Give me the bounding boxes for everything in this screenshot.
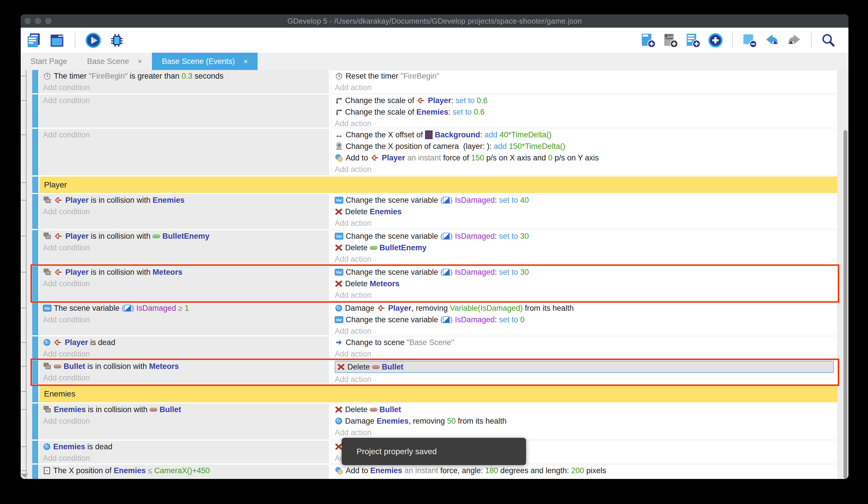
condition-line[interactable]: Bullet is in collision with Meteors xyxy=(43,361,326,372)
action-line[interactable]: Delete Meteors xyxy=(335,278,834,290)
group-header[interactable]: Player xyxy=(39,177,837,193)
add-condition-button[interactable]: Add condition xyxy=(43,206,326,218)
action-line[interactable]: VarChange the scene variable {}IsDamaged… xyxy=(335,266,834,278)
add-action-button[interactable]: Add action xyxy=(335,374,834,384)
scene-editor-icon[interactable] xyxy=(49,32,65,48)
event-drag-handle[interactable] xyxy=(32,385,38,402)
add-condition-button[interactable]: Add condition xyxy=(43,476,326,479)
add-action-button[interactable]: Add action xyxy=(335,290,834,301)
add-action-button[interactable]: Add action xyxy=(335,476,834,479)
window-zoom-button[interactable] xyxy=(45,18,52,24)
conditions-cell: Add condition xyxy=(39,94,329,128)
window-title: GDevelop 5 - /Users/dkarakay/Documents/G… xyxy=(21,17,848,26)
add-action-button[interactable]: Add action xyxy=(335,427,834,439)
add-comment-icon[interactable] xyxy=(662,32,679,48)
add-action-button[interactable]: Add action xyxy=(335,164,834,175)
condition-line[interactable]: The timer "FireBegin" is greater than 0.… xyxy=(43,70,326,82)
close-icon[interactable]: × xyxy=(137,57,142,66)
condition-line[interactable]: Player is in collision with Meteors xyxy=(43,266,326,278)
add-condition-button[interactable]: Add condition xyxy=(43,242,326,253)
window-minimize-button[interactable] xyxy=(35,18,41,24)
condition-line[interactable]: Player is dead xyxy=(43,337,326,348)
play-icon[interactable] xyxy=(85,32,101,48)
action-line[interactable]: Delete Bullet xyxy=(335,404,834,415)
action-line[interactable]: Change to scene "Base Scene" xyxy=(335,337,834,348)
tab-base-scene[interactable]: Base Scene × xyxy=(78,53,152,70)
project-manager-icon[interactable] xyxy=(25,32,41,48)
action-line[interactable]: VarChange the scene variable {}IsDamaged… xyxy=(335,230,834,242)
condition-line[interactable]: The X position of Enemies ≤ CameraX()+45… xyxy=(43,465,326,476)
add-action-button[interactable]: Add action xyxy=(335,325,834,335)
add-condition-button[interactable]: Add condition xyxy=(43,452,326,463)
condition-line[interactable]: VarThe scene variable {}IsDamaged ≥ 1 xyxy=(43,302,326,314)
event-drag-handle[interactable] xyxy=(32,230,38,265)
event-drag-handle[interactable] xyxy=(32,177,38,193)
add-plus-icon[interactable] xyxy=(707,32,724,48)
add-action-button[interactable]: Add action xyxy=(335,348,834,359)
add-condition-button[interactable]: Add condition xyxy=(43,95,326,106)
text-segment: Change the X offset of xyxy=(345,130,425,139)
action-line[interactable]: VarChange the scene variable {}IsDamaged… xyxy=(335,314,834,325)
text-segment: p/s on Y axis xyxy=(552,153,599,162)
text-segment: The timer xyxy=(54,72,89,81)
text-segment: Delete xyxy=(348,363,372,372)
add-condition-button[interactable]: Add condition xyxy=(43,314,326,325)
action-line[interactable]: Delete Bullet xyxy=(335,361,834,373)
condition-line[interactable]: Player is in collision with Enemies xyxy=(43,194,326,206)
group-header[interactable]: Enemies xyxy=(39,385,837,402)
search-icon[interactable] xyxy=(820,32,836,48)
action-line[interactable]: Damage Enemies, removing 50 from its hea… xyxy=(335,415,834,427)
action-line[interactable]: Delete Enemies xyxy=(335,206,834,218)
undo-icon[interactable] xyxy=(764,32,780,48)
player-ship-icon xyxy=(370,153,380,162)
action-line[interactable]: Delete BulletEnemy xyxy=(335,242,834,253)
add-condition-button[interactable]: Add condition xyxy=(43,278,326,290)
event-drag-handle[interactable] xyxy=(32,465,38,479)
event-drag-handle[interactable] xyxy=(32,336,38,359)
action-line[interactable]: Damage Player, removing Variable(IsDamag… xyxy=(335,302,834,314)
tab-start-page[interactable]: Start Page xyxy=(21,53,78,70)
event-drag-handle[interactable] xyxy=(32,94,38,128)
condition-line[interactable]: Enemies is dead xyxy=(43,441,326,452)
action-line[interactable]: Change the X position of camera (layer: … xyxy=(335,141,834,152)
close-icon[interactable]: × xyxy=(244,57,248,66)
event-drag-handle[interactable] xyxy=(32,441,38,463)
event-drag-handle[interactable] xyxy=(32,302,38,335)
player-ship-icon xyxy=(377,304,386,312)
event-drag-handle[interactable] xyxy=(32,266,38,301)
add-action-button[interactable]: Add action xyxy=(335,82,834,93)
action-line[interactable]: Change the scale of Player: set to 0.6 xyxy=(335,95,834,106)
condition-line[interactable]: Enemies is in collision with Bullet xyxy=(43,404,326,415)
vertical-scrollbar-thumb[interactable] xyxy=(844,130,847,479)
action-line[interactable]: Add to Player an instant force of 150 p/… xyxy=(335,152,834,164)
remove-selection-icon[interactable] xyxy=(741,32,757,48)
add-event-icon[interactable] xyxy=(640,32,656,48)
redo-icon[interactable] xyxy=(786,32,802,48)
action-line[interactable]: ↔Change the X offset of Background: add … xyxy=(335,129,834,141)
action-line[interactable]: VarChange the scene variable {}IsDamaged… xyxy=(335,194,834,206)
add-action-button[interactable]: Add action xyxy=(335,118,834,128)
add-action-button[interactable]: Add action xyxy=(335,218,834,229)
event-drag-handle[interactable] xyxy=(32,403,38,440)
event-drag-handle[interactable] xyxy=(32,129,38,175)
window-close-button[interactable] xyxy=(24,18,31,24)
add-action-button[interactable]: Add action xyxy=(335,253,834,265)
action-line[interactable]: Reset the timer "FireBegin" xyxy=(335,70,834,82)
event-drag-handle[interactable] xyxy=(32,70,38,93)
scroll-more-indicator xyxy=(21,474,28,477)
action-line[interactable]: Add to Enemies an instant force, angle: … xyxy=(335,465,834,476)
add-subevent-icon[interactable] xyxy=(685,32,701,48)
action-line[interactable]: Change the scale of Enemies: set to 0.6 xyxy=(335,106,834,118)
condition-line[interactable]: Player is in collision with BulletEnemy xyxy=(43,230,326,242)
event-drag-handle[interactable] xyxy=(32,194,38,229)
tab-base-scene-events[interactable]: Base Scene (Events) × xyxy=(152,53,258,70)
text-segment: 40 xyxy=(520,196,529,205)
add-condition-button[interactable]: Add condition xyxy=(43,348,326,359)
text-segment: Bullet xyxy=(64,362,85,371)
add-condition-button[interactable]: Add condition xyxy=(43,415,326,427)
debug-icon[interactable] xyxy=(109,32,125,48)
add-condition-button[interactable]: Add condition xyxy=(43,129,326,141)
add-condition-button[interactable]: Add condition xyxy=(43,82,326,93)
event-drag-handle[interactable] xyxy=(32,360,38,384)
add-condition-button[interactable]: Add condition xyxy=(43,372,326,384)
